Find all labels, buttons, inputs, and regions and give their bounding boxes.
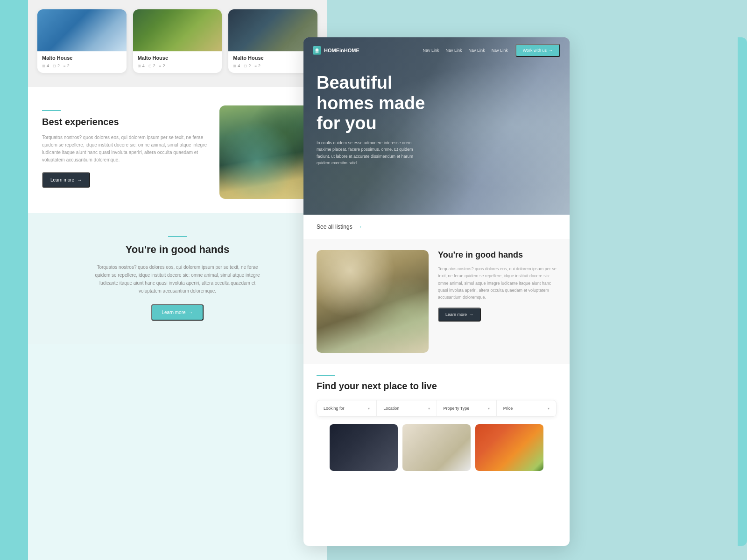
nav-bar: HOMEinHOME Nav Link Nav Link Nav Link Na… bbox=[303, 37, 570, 63]
hero-body: In oculis quidem se esse admonere intere… bbox=[317, 140, 419, 167]
find-section-divider bbox=[317, 375, 335, 376]
room-icon-2: ≡ bbox=[159, 64, 162, 68]
good-hands-right-cta[interactable]: Learn more → bbox=[438, 308, 481, 322]
hero-content: Beautiful homes made for you In oculis q… bbox=[303, 63, 570, 176]
good-hands-cta-left[interactable]: Learn more → bbox=[151, 304, 203, 321]
pool-image bbox=[219, 105, 313, 199]
listings-arrow-icon: → bbox=[356, 223, 363, 231]
arrow-icon-teal: → bbox=[189, 310, 193, 315]
card-title-2: Malto House bbox=[138, 55, 218, 61]
card-rooms-2: ≡ 2 bbox=[159, 63, 165, 68]
card-rooms-1: ≡ 2 bbox=[63, 63, 70, 68]
logo-svg bbox=[314, 48, 320, 53]
card-baths-1: ⊡ 2 bbox=[53, 63, 60, 68]
good-hands-body-left: Torquatos nostros? quos dolores eos, qui… bbox=[89, 263, 266, 295]
best-experiences-text: Best experiences Torquatos nostros? quos… bbox=[42, 105, 210, 188]
teal-border-right bbox=[738, 37, 747, 546]
nav-links: Nav Link Nav Link Nav Link Nav Link bbox=[423, 48, 508, 53]
filter-looking-for[interactable]: Looking for ▾ bbox=[317, 400, 377, 416]
bath-icon-2: ⊡ bbox=[148, 64, 152, 68]
thumbnail-3[interactable] bbox=[475, 424, 543, 471]
best-experiences-body: Torquatos nostros? quos dolores eos, qui… bbox=[42, 134, 210, 164]
card-rooms-3: ≡ 2 bbox=[254, 63, 261, 68]
bed-icon-3: ⊞ bbox=[233, 64, 236, 68]
card-baths-3: ⊡ 2 bbox=[244, 63, 251, 68]
nav-link-4[interactable]: Nav Link bbox=[492, 48, 508, 53]
kitchen-image-inner bbox=[317, 250, 429, 353]
find-section: Find your next place to live Looking for… bbox=[303, 364, 570, 482]
card-title-1: Malto House bbox=[42, 55, 122, 61]
best-experiences-section: Best experiences Torquatos nostros? quos… bbox=[28, 87, 327, 213]
card-image-1 bbox=[37, 9, 127, 51]
card-baths-2: ⊡ 2 bbox=[148, 63, 155, 68]
thumbnail-1[interactable] bbox=[330, 424, 398, 471]
card-beds-2: ⊞ 4 bbox=[138, 63, 145, 68]
find-section-title: Find your next place to live bbox=[317, 381, 557, 392]
filter-property-type[interactable]: Property Type ▾ bbox=[437, 400, 497, 416]
nav-cta-arrow-icon: → bbox=[549, 48, 553, 53]
left-panel: Malto House ⊞ 4 ⊡ 2 ≡ 2 bbox=[28, 0, 327, 560]
listings-text: See all listings bbox=[317, 224, 352, 230]
good-hands-right-title: You're in good hands bbox=[438, 250, 557, 260]
filter-bar: Looking for ▾ Location ▾ Property Type ▾… bbox=[317, 400, 557, 417]
good-hands-right-body: Torquatos nostros? quos dolores eos, qui… bbox=[438, 266, 557, 301]
best-experiences-cta[interactable]: Learn more → bbox=[42, 172, 90, 188]
card-beds-1: ⊞ 4 bbox=[42, 63, 49, 68]
property-card-1[interactable]: Malto House ⊞ 4 ⊡ 2 ≡ 2 bbox=[37, 9, 127, 73]
nav-link-1[interactable]: Nav Link bbox=[423, 48, 439, 53]
chevron-down-icon: ▾ bbox=[368, 406, 370, 411]
arrow-icon-dark: → bbox=[469, 312, 473, 317]
right-panel: HOMEinHOME Nav Link Nav Link Nav Link Na… bbox=[303, 37, 570, 546]
chevron-down-icon-3: ▾ bbox=[488, 406, 490, 411]
card-image-2 bbox=[133, 9, 222, 51]
cards-section: Malto House ⊞ 4 ⊡ 2 ≡ 2 bbox=[28, 0, 327, 87]
good-hands-section-left: You're in good hands Torquatos nostros? … bbox=[28, 213, 327, 344]
hero-section: HOMEinHOME Nav Link Nav Link Nav Link Na… bbox=[303, 37, 570, 215]
kitchen-image bbox=[317, 250, 429, 353]
room-icon-3: ≡ bbox=[254, 64, 257, 68]
teal-border-left bbox=[0, 0, 28, 560]
card-title-3: Malto House bbox=[233, 55, 313, 61]
thumbnail-2[interactable] bbox=[402, 424, 471, 471]
chevron-down-icon-2: ▾ bbox=[428, 406, 430, 411]
bath-icon-3: ⊡ bbox=[244, 64, 247, 68]
good-hands-section-right: You're in good hands Torquatos nostros? … bbox=[303, 239, 570, 364]
logo-icon bbox=[313, 46, 321, 55]
chevron-down-icon-4: ▾ bbox=[548, 406, 550, 411]
good-hands-right-text: You're in good hands Torquatos nostros? … bbox=[438, 250, 557, 322]
svg-marker-0 bbox=[315, 48, 319, 53]
card-meta-2: ⊞ 4 ⊡ 2 ≡ 2 bbox=[138, 63, 218, 68]
logo-text: HOMEinHOME bbox=[324, 48, 359, 53]
hero-title: Beautiful homes made for you bbox=[317, 73, 438, 134]
good-hands-title-left: You're in good hands bbox=[42, 244, 313, 256]
nav-link-3[interactable]: Nav Link bbox=[469, 48, 485, 53]
section-divider-line bbox=[42, 110, 61, 111]
card-beds-3: ⊞ 4 bbox=[233, 63, 240, 68]
filter-price[interactable]: Price ▾ bbox=[497, 400, 556, 416]
good-hands-divider bbox=[168, 236, 187, 237]
pool-image-inner bbox=[219, 105, 313, 199]
listings-bar[interactable]: See all listings → bbox=[303, 215, 570, 239]
nav-cta-button[interactable]: Work with us → bbox=[515, 44, 560, 57]
bed-icon-2: ⊞ bbox=[138, 64, 141, 68]
best-experiences-title: Best experiences bbox=[42, 117, 210, 127]
card-meta-1: ⊞ 4 ⊡ 2 ≡ 2 bbox=[42, 63, 122, 68]
property-card-2[interactable]: Malto House ⊞ 4 ⊡ 2 ≡ 2 bbox=[133, 9, 222, 73]
filter-location[interactable]: Location ▾ bbox=[377, 400, 437, 416]
nav-link-2[interactable]: Nav Link bbox=[446, 48, 462, 53]
bath-icon: ⊡ bbox=[53, 64, 56, 68]
arrow-icon: → bbox=[77, 177, 82, 182]
nav-logo[interactable]: HOMEinHOME bbox=[313, 46, 359, 55]
bed-icon: ⊞ bbox=[42, 64, 45, 68]
bottom-thumbnails bbox=[317, 417, 557, 471]
room-icon: ≡ bbox=[63, 64, 66, 68]
card-meta-3: ⊞ 4 ⊡ 2 ≡ 2 bbox=[233, 63, 313, 68]
